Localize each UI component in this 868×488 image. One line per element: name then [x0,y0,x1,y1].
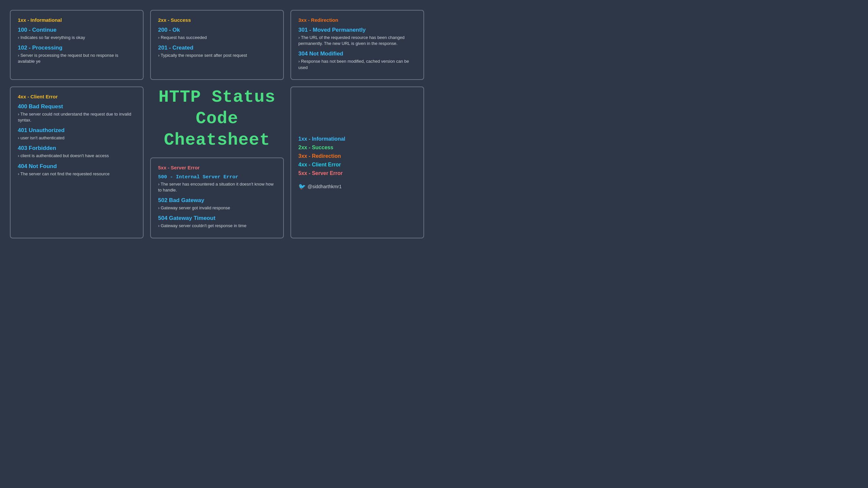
code-304: 304 Not Modified [298,51,416,57]
code-502: 502 Bad Gateway [158,197,276,204]
desc-401: user isn't authenticated [18,135,136,141]
legend-card: 1xx - Informational 2xx - Success 3xx - … [290,87,424,238]
code-401: 401 Unauthorized [18,127,136,134]
code-400: 400 Bad Request [18,103,136,110]
card-5xx: 5xx - Server Error 500 - Internal Server… [150,157,284,238]
code-404: 404 Not Found [18,163,136,170]
twitter-icon: 🐦 [298,183,306,190]
desc-301: The URL of the requested resource has be… [298,35,416,47]
code-100: 100 - Continue [18,27,136,33]
desc-400: The server could not understand the requ… [18,111,136,123]
category-5xx-label: 5xx - Server Error [158,165,276,171]
category-4xx-label: 4xx - Client Error [18,94,136,99]
category-3xx-label: 3xx - Redirection [298,17,416,23]
code-201: 201 - Created [158,44,276,51]
legend-3xx: 3xx - Redirection [298,153,416,159]
card-1xx: 1xx - Informational 100 - Continue Indic… [10,10,144,80]
twitter-handle: 🐦 @siddharthkmr1 [298,183,416,190]
desc-100: Indicates so far everything is okay [18,35,136,41]
card-3xx: 3xx - Redirection 301 - Moved Permanentl… [290,10,424,80]
code-504: 504 Gateway Timeout [158,215,276,221]
desc-304: Response has not been modified, cached v… [298,58,416,70]
legend-4xx: 4xx - Client Error [298,162,416,168]
desc-504: Gateway server couldn't get response in … [158,223,276,229]
card-4xx: 4xx - Client Error 400 Bad Request The s… [10,87,144,238]
code-200: 200 - Ok [158,27,276,33]
legend-1xx: 1xx - Informational [298,136,416,142]
desc-200: Request has succeeded [158,35,276,41]
desc-500: The server has encountered a situation i… [158,181,276,193]
legend-5xx: 5xx - Server Error [298,171,416,176]
twitter-username: @siddharthkmr1 [308,184,342,189]
code-500: 500 - Internal Server Error [158,174,276,180]
main-title: HTTP Status Code Cheatsheet [150,87,284,151]
code-301: 301 - Moved Permanently [298,27,416,33]
desc-502: Gateway server got invalid response [158,205,276,211]
desc-201: Typically the response sent after post r… [158,53,276,58]
card-2xx: 2xx - Success 200 - Ok Request has succe… [150,10,284,80]
desc-102: Server is processing the request but no … [18,53,136,64]
legend-2xx: 2xx - Success [298,145,416,151]
desc-403: client is authenticated but doesn't have… [18,153,136,159]
code-102: 102 - Processing [18,44,136,51]
code-403: 403 Forbidden [18,145,136,152]
desc-404: The server can not find the requested re… [18,171,136,177]
category-2xx-label: 2xx - Success [158,17,276,23]
category-1xx-label: 1xx - Informational [18,17,136,23]
title-area: HTTP Status Code Cheatsheet [150,87,284,151]
